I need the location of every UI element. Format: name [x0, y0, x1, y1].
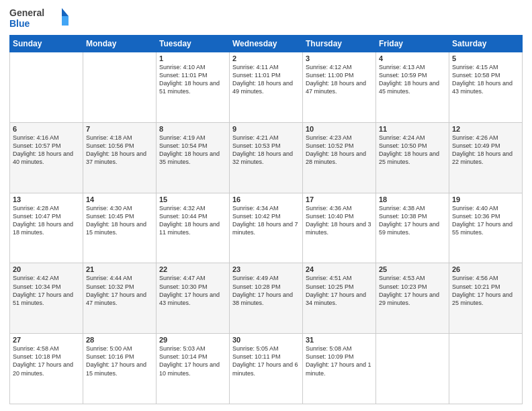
day-number: 18 — [379, 195, 446, 203]
calendar-cell: 17Sunrise: 4:36 AMSunset: 10:40 PMDaylig… — [303, 193, 376, 263]
logo-icon: General Blue — [9, 7, 70, 31]
day-number: 20 — [13, 265, 80, 273]
logo: General Blue — [9, 7, 70, 31]
calendar-cell: 18Sunrise: 4:38 AMSunset: 10:38 PMDaylig… — [376, 193, 449, 263]
svg-text:General: General — [9, 7, 44, 18]
weekday-header-row: SundayMondayTuesdayWednesdayThursdayFrid… — [10, 36, 523, 52]
page: General Blue SundayMondayTuesdayWednesda… — [0, 0, 532, 411]
day-number: 11 — [379, 125, 446, 133]
calendar-cell: 21Sunrise: 4:44 AMSunset: 10:32 PMDaylig… — [83, 263, 157, 334]
cell-info: Sunrise: 5:05 AMSunset: 10:11 PMDaylight… — [232, 345, 300, 377]
cell-info: Sunrise: 4:19 AMSunset: 10:54 PMDaylight… — [159, 134, 226, 167]
cell-info: Sunrise: 4:30 AMSunset: 10:45 PMDaylight… — [86, 204, 153, 237]
calendar-cell: 15Sunrise: 4:32 AMSunset: 10:44 PMDaylig… — [157, 193, 230, 263]
calendar-week-1: 1Sunrise: 4:10 AMSunset: 11:01 PMDayligh… — [10, 52, 523, 123]
weekday-header-monday: Monday — [83, 36, 157, 52]
day-number: 6 — [13, 125, 80, 133]
calendar-week-5: 27Sunrise: 4:58 AMSunset: 10:18 PMDaylig… — [10, 334, 523, 404]
cell-info: Sunrise: 4:12 AMSunset: 11:00 PMDaylight… — [306, 63, 373, 96]
day-number: 8 — [159, 125, 226, 133]
calendar-cell: 22Sunrise: 4:47 AMSunset: 10:30 PMDaylig… — [157, 263, 230, 334]
day-number: 5 — [452, 54, 519, 62]
cell-info: Sunrise: 5:03 AMSunset: 10:14 PMDaylight… — [159, 345, 226, 377]
weekday-header-wednesday: Wednesday — [230, 36, 303, 52]
cell-info: Sunrise: 4:24 AMSunset: 10:50 PMDaylight… — [379, 134, 446, 167]
calendar-cell: 5Sunrise: 4:15 AMSunset: 10:58 PMDayligh… — [449, 52, 523, 123]
day-number: 2 — [232, 54, 300, 62]
day-number: 3 — [306, 54, 373, 62]
calendar-cell: 31Sunrise: 5:08 AMSunset: 10:09 PMDaylig… — [303, 334, 376, 404]
day-number: 10 — [306, 125, 373, 133]
cell-info: Sunrise: 4:28 AMSunset: 10:47 PMDaylight… — [13, 204, 80, 237]
calendar-cell: 24Sunrise: 4:51 AMSunset: 10:25 PMDaylig… — [303, 263, 376, 334]
calendar-cell: 19Sunrise: 4:40 AMSunset: 10:36 PMDaylig… — [449, 193, 523, 263]
cell-info: Sunrise: 4:18 AMSunset: 10:56 PMDaylight… — [86, 134, 153, 167]
cell-info: Sunrise: 4:13 AMSunset: 10:59 PMDaylight… — [379, 63, 446, 96]
calendar-table: SundayMondayTuesdayWednesdayThursdayFrid… — [9, 35, 523, 404]
weekday-header-thursday: Thursday — [303, 36, 376, 52]
day-number: 31 — [306, 336, 373, 344]
calendar-week-3: 13Sunrise: 4:28 AMSunset: 10:47 PMDaylig… — [10, 193, 523, 263]
calendar-cell: 16Sunrise: 4:34 AMSunset: 10:42 PMDaylig… — [230, 193, 303, 263]
cell-info: Sunrise: 4:56 AMSunset: 10:21 PMDaylight… — [452, 274, 519, 307]
cell-info: Sunrise: 4:49 AMSunset: 10:28 PMDaylight… — [232, 274, 300, 307]
day-number: 4 — [379, 54, 446, 62]
day-number: 24 — [306, 265, 373, 273]
calendar-cell: 7Sunrise: 4:18 AMSunset: 10:56 PMDayligh… — [83, 122, 157, 193]
day-number: 9 — [232, 125, 300, 133]
calendar-cell: 1Sunrise: 4:10 AMSunset: 11:01 PMDayligh… — [157, 52, 230, 123]
calendar-cell: 30Sunrise: 5:05 AMSunset: 10:11 PMDaylig… — [230, 334, 303, 404]
calendar-cell — [449, 334, 523, 404]
calendar-week-4: 20Sunrise: 4:42 AMSunset: 10:34 PMDaylig… — [10, 263, 523, 334]
day-number: 27 — [13, 336, 80, 344]
cell-info: Sunrise: 4:36 AMSunset: 10:40 PMDaylight… — [306, 204, 373, 237]
cell-info: Sunrise: 5:08 AMSunset: 10:09 PMDaylight… — [306, 345, 373, 377]
calendar-cell: 28Sunrise: 5:00 AMSunset: 10:16 PMDaylig… — [83, 334, 157, 404]
calendar-cell: 14Sunrise: 4:30 AMSunset: 10:45 PMDaylig… — [83, 193, 157, 263]
weekday-header-friday: Friday — [376, 36, 449, 52]
cell-info: Sunrise: 4:44 AMSunset: 10:32 PMDaylight… — [86, 274, 153, 307]
weekday-header-tuesday: Tuesday — [157, 36, 230, 52]
day-number: 12 — [452, 125, 519, 133]
day-number: 29 — [159, 336, 226, 344]
calendar-cell: 3Sunrise: 4:12 AMSunset: 11:00 PMDayligh… — [303, 52, 376, 123]
calendar-cell: 26Sunrise: 4:56 AMSunset: 10:21 PMDaylig… — [449, 263, 523, 334]
calendar-cell: 6Sunrise: 4:16 AMSunset: 10:57 PMDayligh… — [10, 122, 83, 193]
calendar-cell — [10, 52, 83, 123]
calendar-cell: 20Sunrise: 4:42 AMSunset: 10:34 PMDaylig… — [10, 263, 83, 334]
cell-info: Sunrise: 4:51 AMSunset: 10:25 PMDaylight… — [306, 274, 373, 307]
calendar-cell: 10Sunrise: 4:23 AMSunset: 10:52 PMDaylig… — [303, 122, 376, 193]
svg-text:Blue: Blue — [9, 18, 30, 29]
day-number: 17 — [306, 195, 373, 203]
calendar-cell: 2Sunrise: 4:11 AMSunset: 11:01 PMDayligh… — [230, 52, 303, 123]
calendar-cell — [83, 52, 157, 123]
day-number: 30 — [232, 336, 300, 344]
calendar-cell: 29Sunrise: 5:03 AMSunset: 10:14 PMDaylig… — [157, 334, 230, 404]
day-number: 15 — [159, 195, 226, 203]
cell-info: Sunrise: 4:21 AMSunset: 10:53 PMDaylight… — [232, 134, 300, 167]
cell-info: Sunrise: 4:47 AMSunset: 10:30 PMDaylight… — [159, 274, 226, 307]
cell-info: Sunrise: 4:16 AMSunset: 10:57 PMDaylight… — [13, 134, 80, 167]
cell-info: Sunrise: 4:40 AMSunset: 10:36 PMDaylight… — [452, 204, 519, 237]
calendar-cell: 4Sunrise: 4:13 AMSunset: 10:59 PMDayligh… — [376, 52, 449, 123]
cell-info: Sunrise: 4:23 AMSunset: 10:52 PMDaylight… — [306, 134, 373, 167]
svg-marker-2 — [62, 8, 69, 16]
day-number: 19 — [452, 195, 519, 203]
calendar-cell: 12Sunrise: 4:26 AMSunset: 10:49 PMDaylig… — [449, 122, 523, 193]
day-number: 7 — [86, 125, 153, 133]
day-number: 28 — [86, 336, 153, 344]
cell-info: Sunrise: 4:34 AMSunset: 10:42 PMDaylight… — [232, 204, 300, 237]
day-number: 14 — [86, 195, 153, 203]
cell-info: Sunrise: 4:11 AMSunset: 11:01 PMDaylight… — [232, 63, 300, 96]
weekday-header-saturday: Saturday — [449, 36, 523, 52]
day-number: 25 — [379, 265, 446, 273]
calendar-cell — [376, 334, 449, 404]
cell-info: Sunrise: 4:26 AMSunset: 10:49 PMDaylight… — [452, 134, 519, 167]
calendar-cell: 9Sunrise: 4:21 AMSunset: 10:53 PMDayligh… — [230, 122, 303, 193]
day-number: 1 — [159, 54, 226, 62]
cell-info: Sunrise: 4:42 AMSunset: 10:34 PMDaylight… — [13, 274, 80, 307]
cell-info: Sunrise: 4:10 AMSunset: 11:01 PMDaylight… — [159, 63, 226, 96]
calendar-cell: 8Sunrise: 4:19 AMSunset: 10:54 PMDayligh… — [157, 122, 230, 193]
cell-info: Sunrise: 4:58 AMSunset: 10:18 PMDaylight… — [13, 345, 80, 377]
svg-marker-3 — [62, 16, 69, 26]
